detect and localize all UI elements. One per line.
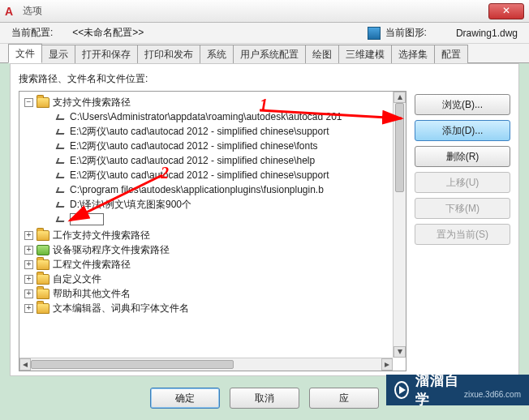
tab-config[interactable]: 配置 <box>434 45 468 63</box>
tree-path[interactable]: C:\program files\autodesk\applicationplu… <box>70 184 324 195</box>
app-icon: A <box>5 5 18 18</box>
tab-drawing[interactable]: 绘图 <box>305 45 339 63</box>
folder-icon <box>37 289 49 299</box>
cancel-button[interactable]: 取消 <box>230 388 299 409</box>
tab-display[interactable]: 显示 <box>41 45 75 63</box>
tree-node[interactable]: 自定义文件 <box>53 272 101 286</box>
path-icon <box>55 126 67 136</box>
add-button[interactable]: 添加(D)... <box>415 120 510 141</box>
folder-icon <box>37 245 49 255</box>
expand-icon[interactable]: + <box>24 275 33 284</box>
config-header: 当前配置: <<未命名配置>> 当前图形: Drawing1.dwg <box>0 23 529 44</box>
path-icon <box>55 185 67 195</box>
browse-button[interactable]: 浏览(B)... <box>415 94 510 115</box>
expand-icon[interactable]: + <box>24 260 33 269</box>
drawing-icon <box>368 27 381 40</box>
current-drawing-value: Drawing1.dwg <box>456 28 518 39</box>
tree-path[interactable]: C:\Users\Administrator\appdata\roaming\a… <box>70 111 342 122</box>
scroll-down-button[interactable]: ▾ <box>394 346 406 358</box>
current-drawing-label: 当前图形: <box>385 26 427 40</box>
moveup-button[interactable]: 上移(U) <box>415 172 510 193</box>
scroll-up-button[interactable]: ▴ <box>394 92 406 103</box>
watermark-brand: 溜溜自学 <box>415 371 461 409</box>
folder-icon <box>37 259 49 270</box>
tab-system[interactable]: 系统 <box>200 45 234 63</box>
watermark: 溜溜自学 zixue.3d66.com <box>386 375 529 405</box>
path-icon <box>55 199 67 209</box>
play-icon <box>394 381 409 399</box>
expand-icon[interactable]: + <box>24 246 33 255</box>
expand-icon[interactable]: + <box>24 304 33 313</box>
movedown-button[interactable]: 下移(M) <box>415 198 510 219</box>
tree-inner: − 支持文件搜索路径 C:\Users\Administrator\appdat… <box>19 92 393 358</box>
setcurrent-button[interactable]: 置为当前(S) <box>415 224 510 245</box>
scroll-thumb[interactable] <box>31 360 234 369</box>
tree-node[interactable]: 工程文件搜索路径 <box>53 258 131 272</box>
ok-button[interactable]: 确定 <box>150 388 220 409</box>
expand-icon[interactable]: − <box>24 98 33 107</box>
apply-button[interactable]: 应 <box>309 388 379 409</box>
folder-icon <box>37 274 49 285</box>
delete-button[interactable]: 删除(R) <box>415 146 510 167</box>
titlebar: A 选项 ✕ <box>0 0 529 23</box>
tree-node[interactable]: 文本编辑器、词典和字体文件名 <box>53 302 189 315</box>
tree-node[interactable]: 帮助和其他文件名 <box>53 287 131 301</box>
tab-user-prefs[interactable]: 用户系统配置 <box>233 45 306 63</box>
scroll-right-button[interactable]: ▸ <box>381 358 393 371</box>
folder-icon <box>37 97 49 108</box>
tree-path[interactable]: E:\2两仪\auto cad\autocad 2012 - simplifie… <box>70 169 329 182</box>
new-path-input[interactable] <box>70 213 104 225</box>
panel-caption: 搜索路径、文件名和文件位置: <box>19 72 510 86</box>
window-title: 选项 <box>23 4 488 18</box>
scroll-thumb[interactable] <box>395 103 404 192</box>
expand-icon[interactable]: + <box>24 289 33 298</box>
button-column: 浏览(B)... 添加(D)... 删除(R) 上移(U) 下移(M) 置为当前… <box>415 91 510 371</box>
tab-3dmodeling[interactable]: 三维建模 <box>338 45 392 63</box>
path-icon <box>55 214 67 224</box>
tab-open-save[interactable]: 打开和保存 <box>75 45 138 63</box>
main-panel: 搜索路径、文件名和文件位置: − 支持文件搜索路径 C:\Users\Admin… <box>10 63 519 376</box>
close-button[interactable]: ✕ <box>488 3 524 19</box>
vertical-scrollbar[interactable]: ▴ ▾ <box>393 92 406 358</box>
path-icon <box>55 170 67 180</box>
tab-print-publish[interactable]: 打印和发布 <box>137 45 200 63</box>
tree-path[interactable]: E:\2两仪\auto cad\autocad 2012 - simplifie… <box>70 154 315 168</box>
folder-icon <box>37 230 49 241</box>
tab-strip: 文件 显示 打开和保存 打印和发布 系统 用户系统配置 绘图 三维建模 选择集 … <box>0 44 529 63</box>
horizontal-scrollbar[interactable]: ◂ ▸ <box>19 358 393 371</box>
tree-box[interactable]: − 支持文件搜索路径 C:\Users\Administrator\appdat… <box>19 91 406 371</box>
path-icon <box>55 141 67 151</box>
expand-icon[interactable]: + <box>24 231 33 240</box>
scroll-left-button[interactable]: ◂ <box>19 358 31 371</box>
tree-path[interactable]: E:\2两仪\auto cad\autocad 2012 - simplifie… <box>70 125 329 139</box>
tree-path[interactable]: D:\绎法\例文\填充图案900个 <box>70 198 191 212</box>
tree-root-label[interactable]: 支持文件搜索路径 <box>53 96 131 109</box>
current-config-value: <<未命名配置>> <box>72 26 144 40</box>
current-config-label: 当前配置: <box>11 26 53 40</box>
tree-path[interactable]: E:\2两仪\auto cad\autocad 2012 - simplifie… <box>70 139 318 153</box>
path-icon <box>55 156 67 165</box>
path-icon <box>55 112 67 122</box>
folder-icon <box>37 303 49 314</box>
tree-node[interactable]: 设备驱动程序文件搜索路径 <box>53 243 170 257</box>
tab-file[interactable]: 文件 <box>8 44 42 63</box>
tab-selection[interactable]: 选择集 <box>391 45 435 63</box>
tree-node[interactable]: 工作支持文件搜索路径 <box>53 229 150 242</box>
watermark-url: zixue.3d66.com <box>464 390 521 399</box>
